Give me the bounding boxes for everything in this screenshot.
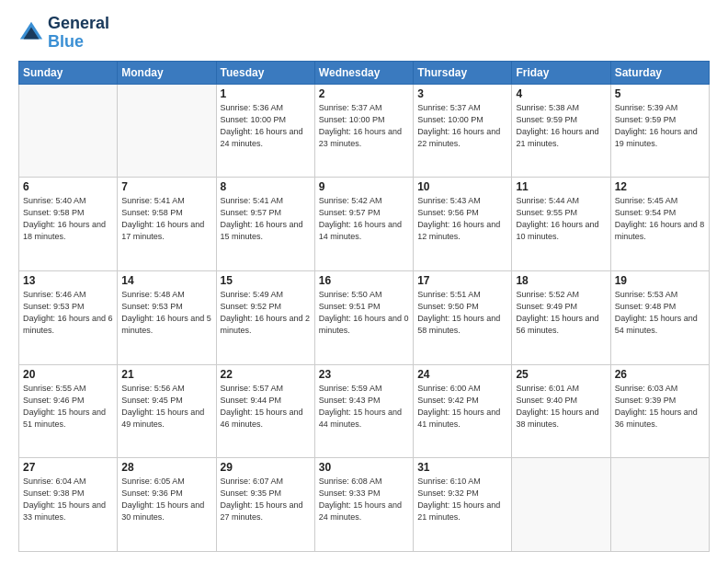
calendar-week-2: 6Sunrise: 5:40 AM Sunset: 9:58 PM Daylig… — [19, 178, 710, 271]
calendar-week-4: 20Sunrise: 5:55 AM Sunset: 9:46 PM Dayli… — [19, 364, 710, 458]
calendar-cell: 12Sunrise: 5:45 AM Sunset: 9:54 PM Dayli… — [610, 178, 709, 271]
calendar-cell: 21Sunrise: 5:56 AM Sunset: 9:45 PM Dayli… — [118, 364, 216, 458]
day-number: 13 — [23, 274, 113, 287]
logo: General Blue — [18, 15, 109, 52]
calendar-header-row: SundayMondayTuesdayWednesdayThursdayFrid… — [19, 61, 710, 84]
day-number: 19 — [615, 274, 705, 287]
calendar-cell: 18Sunrise: 5:52 AM Sunset: 9:49 PM Dayli… — [512, 270, 610, 364]
calendar-cell: 19Sunrise: 5:53 AM Sunset: 9:48 PM Dayli… — [610, 270, 709, 364]
day-number: 18 — [516, 274, 606, 287]
day-number: 29 — [221, 461, 311, 474]
calendar-cell: 17Sunrise: 5:51 AM Sunset: 9:50 PM Dayli… — [414, 270, 512, 364]
day-info: Sunrise: 5:41 AM Sunset: 9:58 PM Dayligh… — [121, 195, 211, 243]
calendar-cell: 25Sunrise: 6:01 AM Sunset: 9:40 PM Dayli… — [512, 364, 610, 458]
day-info: Sunrise: 5:52 AM Sunset: 9:49 PM Dayligh… — [516, 289, 606, 337]
calendar-cell: 13Sunrise: 5:46 AM Sunset: 9:53 PM Dayli… — [19, 270, 118, 364]
calendar-week-5: 27Sunrise: 6:04 AM Sunset: 9:38 PM Dayli… — [19, 458, 710, 552]
day-header-saturday: Saturday — [610, 61, 709, 84]
day-number: 24 — [417, 368, 507, 381]
calendar-cell: 9Sunrise: 5:42 AM Sunset: 9:57 PM Daylig… — [314, 178, 413, 271]
day-number: 31 — [417, 461, 507, 474]
calendar-cell: 31Sunrise: 6:10 AM Sunset: 9:32 PM Dayli… — [414, 458, 512, 552]
day-number: 5 — [615, 87, 705, 100]
day-info: Sunrise: 5:38 AM Sunset: 9:59 PM Dayligh… — [516, 102, 606, 150]
calendar-cell: 27Sunrise: 6:04 AM Sunset: 9:38 PM Dayli… — [19, 458, 118, 552]
day-info: Sunrise: 6:05 AM Sunset: 9:36 PM Dayligh… — [121, 476, 211, 523]
logo-icon — [18, 20, 44, 46]
calendar-table: SundayMondayTuesdayWednesdayThursdayFrid… — [18, 61, 710, 552]
day-header-friday: Friday — [512, 61, 610, 84]
calendar-cell — [118, 84, 216, 178]
calendar-cell: 10Sunrise: 5:43 AM Sunset: 9:56 PM Dayli… — [414, 178, 512, 271]
day-number: 30 — [319, 461, 409, 474]
calendar-cell: 8Sunrise: 5:41 AM Sunset: 9:57 PM Daylig… — [216, 178, 314, 271]
day-info: Sunrise: 6:00 AM Sunset: 9:42 PM Dayligh… — [417, 383, 507, 431]
calendar-cell: 1Sunrise: 5:36 AM Sunset: 10:00 PM Dayli… — [216, 84, 314, 178]
day-number: 28 — [121, 461, 211, 474]
day-number: 3 — [417, 87, 507, 100]
day-header-wednesday: Wednesday — [314, 61, 413, 84]
day-info: Sunrise: 5:44 AM Sunset: 9:55 PM Dayligh… — [516, 195, 606, 243]
calendar-cell: 28Sunrise: 6:05 AM Sunset: 9:36 PM Dayli… — [118, 458, 216, 552]
day-info: Sunrise: 5:36 AM Sunset: 10:00 PM Daylig… — [221, 102, 311, 150]
day-info: Sunrise: 5:45 AM Sunset: 9:54 PM Dayligh… — [615, 195, 705, 243]
day-number: 11 — [516, 180, 606, 193]
day-info: Sunrise: 5:48 AM Sunset: 9:53 PM Dayligh… — [121, 289, 211, 337]
calendar-cell — [19, 84, 118, 178]
day-number: 7 — [121, 180, 211, 193]
calendar-cell: 22Sunrise: 5:57 AM Sunset: 9:44 PM Dayli… — [216, 364, 314, 458]
day-number: 6 — [23, 180, 113, 193]
calendar-week-1: 1Sunrise: 5:36 AM Sunset: 10:00 PM Dayli… — [19, 84, 710, 178]
page: General Blue SundayMondayTuesdayWednesda… — [0, 0, 728, 563]
calendar-cell — [610, 458, 709, 552]
calendar-cell: 23Sunrise: 5:59 AM Sunset: 9:43 PM Dayli… — [314, 364, 413, 458]
day-info: Sunrise: 5:37 AM Sunset: 10:00 PM Daylig… — [319, 102, 409, 150]
day-info: Sunrise: 5:46 AM Sunset: 9:53 PM Dayligh… — [23, 289, 113, 337]
day-number: 14 — [121, 274, 211, 287]
day-info: Sunrise: 5:49 AM Sunset: 9:52 PM Dayligh… — [221, 289, 311, 337]
day-info: Sunrise: 5:50 AM Sunset: 9:51 PM Dayligh… — [319, 289, 409, 337]
day-number: 4 — [516, 87, 606, 100]
calendar-cell — [512, 458, 610, 552]
day-info: Sunrise: 5:53 AM Sunset: 9:48 PM Dayligh… — [615, 289, 705, 337]
day-number: 25 — [516, 368, 606, 381]
day-number: 20 — [23, 368, 113, 381]
calendar-cell: 29Sunrise: 6:07 AM Sunset: 9:35 PM Dayli… — [216, 458, 314, 552]
day-header-thursday: Thursday — [414, 61, 512, 84]
day-number: 16 — [319, 274, 409, 287]
day-info: Sunrise: 6:04 AM Sunset: 9:38 PM Dayligh… — [23, 476, 113, 523]
day-info: Sunrise: 5:55 AM Sunset: 9:46 PM Dayligh… — [23, 383, 113, 431]
day-number: 21 — [121, 368, 211, 381]
day-number: 12 — [615, 180, 705, 193]
day-number: 1 — [221, 87, 311, 100]
calendar-cell: 24Sunrise: 6:00 AM Sunset: 9:42 PM Dayli… — [414, 364, 512, 458]
day-info: Sunrise: 6:07 AM Sunset: 9:35 PM Dayligh… — [221, 476, 311, 523]
day-number: 27 — [23, 461, 113, 474]
calendar-cell: 3Sunrise: 5:37 AM Sunset: 10:00 PM Dayli… — [414, 84, 512, 178]
day-header-monday: Monday — [118, 61, 216, 84]
day-number: 8 — [221, 180, 311, 193]
day-info: Sunrise: 5:41 AM Sunset: 9:57 PM Dayligh… — [221, 195, 311, 243]
day-number: 9 — [319, 180, 409, 193]
day-info: Sunrise: 6:01 AM Sunset: 9:40 PM Dayligh… — [516, 383, 606, 431]
header: General Blue — [18, 15, 710, 52]
calendar-cell: 4Sunrise: 5:38 AM Sunset: 9:59 PM Daylig… — [512, 84, 610, 178]
day-number: 22 — [221, 368, 311, 381]
day-header-sunday: Sunday — [19, 61, 118, 84]
calendar-cell: 26Sunrise: 6:03 AM Sunset: 9:39 PM Dayli… — [610, 364, 709, 458]
day-info: Sunrise: 5:42 AM Sunset: 9:57 PM Dayligh… — [319, 195, 409, 243]
day-info: Sunrise: 5:43 AM Sunset: 9:56 PM Dayligh… — [417, 195, 507, 243]
day-info: Sunrise: 5:51 AM Sunset: 9:50 PM Dayligh… — [417, 289, 507, 337]
day-number: 23 — [319, 368, 409, 381]
day-header-tuesday: Tuesday — [216, 61, 314, 84]
day-info: Sunrise: 6:10 AM Sunset: 9:32 PM Dayligh… — [417, 476, 507, 523]
day-number: 26 — [615, 368, 705, 381]
calendar-cell: 16Sunrise: 5:50 AM Sunset: 9:51 PM Dayli… — [314, 270, 413, 364]
calendar-cell: 11Sunrise: 5:44 AM Sunset: 9:55 PM Dayli… — [512, 178, 610, 271]
day-info: Sunrise: 5:56 AM Sunset: 9:45 PM Dayligh… — [121, 383, 211, 431]
calendar-cell: 30Sunrise: 6:08 AM Sunset: 9:33 PM Dayli… — [314, 458, 413, 552]
calendar-week-3: 13Sunrise: 5:46 AM Sunset: 9:53 PM Dayli… — [19, 270, 710, 364]
day-number: 15 — [221, 274, 311, 287]
calendar-cell: 15Sunrise: 5:49 AM Sunset: 9:52 PM Dayli… — [216, 270, 314, 364]
day-info: Sunrise: 5:39 AM Sunset: 9:59 PM Dayligh… — [615, 102, 705, 150]
